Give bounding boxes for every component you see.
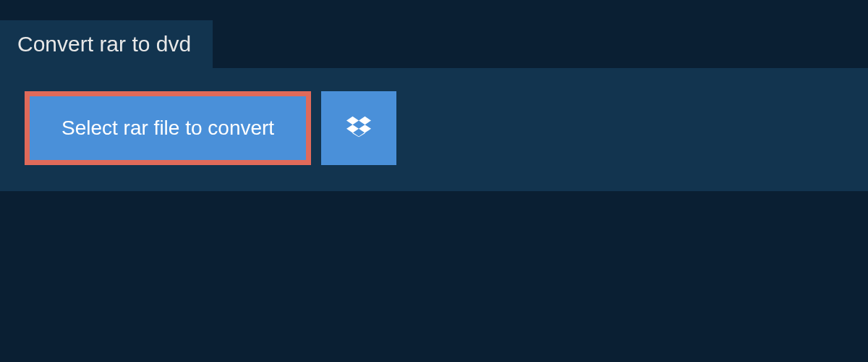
dropbox-icon bbox=[346, 114, 371, 142]
tab-label: Convert rar to dvd bbox=[17, 32, 191, 56]
converter-panel: Select rar file to convert bbox=[0, 68, 868, 191]
tab-convert[interactable]: Convert rar to dvd bbox=[0, 20, 213, 68]
select-file-label: Select rar file to convert bbox=[61, 117, 274, 140]
select-file-button[interactable]: Select rar file to convert bbox=[25, 91, 311, 165]
button-row: Select rar file to convert bbox=[25, 91, 843, 165]
dropbox-button[interactable] bbox=[321, 91, 396, 165]
